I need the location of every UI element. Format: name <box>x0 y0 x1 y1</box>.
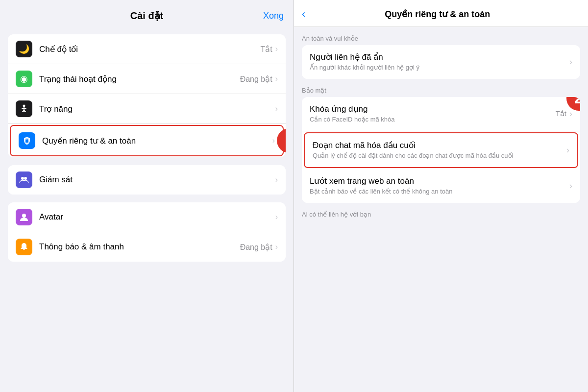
dark-mode-value: Tắt <box>260 45 272 54</box>
supervision-item[interactable]: Giám sát › <box>8 165 286 195</box>
notifications-value: Đang bật <box>240 243 272 252</box>
app-lock-title: Khóa ứng dụng <box>310 104 556 114</box>
activity-status-item[interactable]: ◉ Trạng thái hoạt động Đang bật › <box>8 64 286 94</box>
safety-list: Người liên hệ đã ẩn Ẩn người khác khỏi n… <box>302 45 580 79</box>
section-safety-header: An toàn và vui khỏe <box>294 27 588 45</box>
e2e-title: Đoạn chat mã hóa đầu cuối <box>313 140 566 150</box>
step-1-badge: 1 <box>277 128 286 153</box>
hidden-contacts-subtitle: Ẩn người khác khỏi người liên hệ gợi ý <box>310 64 569 72</box>
activity-icon: ◉ <box>16 71 32 87</box>
chevron-icon: › <box>275 104 278 113</box>
settings-group-3: Avatar › Thông báo & âm thanh Đang bật › <box>8 202 286 262</box>
chevron-icon: › <box>569 57 572 67</box>
safe-browsing-subtitle: Bật cảnh báo về các liên kết có thể khôn… <box>310 188 569 196</box>
done-button[interactable]: Xong <box>263 11 284 21</box>
right-panel: ‹ Quyền riêng tư & an toàn An toàn và vu… <box>294 0 588 392</box>
step-2-badge: 2 <box>566 97 580 111</box>
privacy-label: Quyền riêng tư & an toàn <box>42 136 272 146</box>
settings-group-1: 🌙 Chế độ tối Tắt › ◉ Trạng thái hoạt độn… <box>8 34 286 157</box>
accessibility-item[interactable]: Trợ năng › <box>8 94 286 124</box>
chevron-icon: › <box>275 243 278 251</box>
avatar-icon <box>16 209 32 225</box>
safe-browsing-title: Lướt xem trang web an toàn <box>310 176 569 186</box>
section-contact-header: Ai có thể liên hệ với bạn <box>294 203 588 221</box>
chevron-icon: › <box>275 213 278 221</box>
e2e-content: Đoạn chat mã hóa đầu cuối Quản lý chế độ… <box>313 140 566 160</box>
notifications-icon <box>16 239 32 255</box>
privacy-safety-item[interactable]: Quyền riêng tư & an toàn › 1 <box>10 125 284 156</box>
left-header: Cài đặt Xong <box>0 0 294 26</box>
activity-label: Trạng thái hoạt động <box>39 74 240 84</box>
chevron-icon: › <box>272 136 275 145</box>
app-lock-item[interactable]: Khóa ứng dụng Cần có FaceID hoặc mã khóa… <box>302 97 580 131</box>
e2e-subtitle: Quản lý chế độ cài đặt dành cho các đoạn… <box>313 152 566 160</box>
chevron-icon: › <box>566 145 569 155</box>
security-list: Khóa ứng dụng Cần có FaceID hoặc mã khóa… <box>302 97 580 203</box>
safe-browsing-item[interactable]: Lướt xem trang web an toàn Bật cảnh báo … <box>302 169 580 203</box>
back-button[interactable]: ‹ <box>302 8 305 21</box>
safe-browsing-content: Lướt xem trang web an toàn Bật cảnh báo … <box>310 176 569 196</box>
app-lock-content: Khóa ứng dụng Cần có FaceID hoặc mã khóa <box>310 104 556 124</box>
right-title: Quyền riêng tư & an toàn <box>309 9 580 20</box>
privacy-icon <box>19 132 35 149</box>
section-security-header: Bảo mật <box>294 79 588 97</box>
right-content: An toàn và vui khỏe Người liên hệ đã ẩn … <box>294 27 588 392</box>
supervision-icon <box>16 172 32 188</box>
notifications-label: Thông báo & âm thanh <box>39 242 240 252</box>
chevron-icon: › <box>275 175 278 184</box>
hidden-contacts-content: Người liên hệ đã ẩn Ẩn người khác khỏi n… <box>310 52 569 72</box>
dark-mode-icon: 🌙 <box>16 41 32 57</box>
supervision-label: Giám sát <box>39 175 275 185</box>
dark-mode-item[interactable]: 🌙 Chế độ tối Tắt › <box>8 34 286 64</box>
left-panel: Cài đặt Xong 🌙 Chế độ tối Tắt › ◉ Trạng … <box>0 0 294 392</box>
accessibility-label: Trợ năng <box>39 104 275 114</box>
hidden-contacts-title: Người liên hệ đã ẩn <box>310 52 569 62</box>
notifications-item[interactable]: Thông báo & âm thanh Đang bật › <box>8 232 286 262</box>
settings-group-2: Giám sát › <box>8 165 286 195</box>
chevron-icon: › <box>569 109 572 119</box>
app-lock-value: Tắt <box>556 109 566 118</box>
accessibility-icon <box>16 100 32 117</box>
avatar-item[interactable]: Avatar › <box>8 202 286 232</box>
chevron-icon: › <box>569 181 572 191</box>
svg-point-4 <box>24 177 27 180</box>
chevron-icon: › <box>275 45 278 53</box>
svg-point-0 <box>23 105 25 107</box>
svg-point-3 <box>21 177 24 180</box>
hidden-contacts-item[interactable]: Người liên hệ đã ẩn Ẩn người khác khỏi n… <box>302 45 580 79</box>
svg-point-5 <box>22 214 26 218</box>
chevron-icon: › <box>275 74 278 83</box>
dark-mode-label: Chế độ tối <box>39 44 260 54</box>
app-lock-subtitle: Cần có FaceID hoặc mã khóa <box>310 116 556 124</box>
avatar-label: Avatar <box>39 212 275 222</box>
right-header: ‹ Quyền riêng tư & an toàn <box>294 0 588 27</box>
activity-value: Đang bật <box>240 74 272 84</box>
e2e-chat-item[interactable]: Đoạn chat mã hóa đầu cuối Quản lý chế độ… <box>304 132 578 168</box>
left-title: Cài đặt <box>130 10 164 22</box>
